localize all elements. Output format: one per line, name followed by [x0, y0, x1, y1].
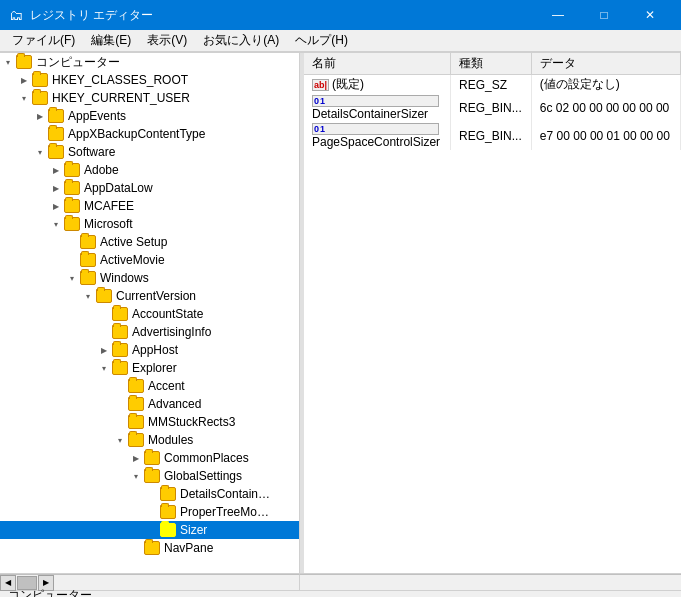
app-icon: 🗂 [8, 7, 24, 23]
tree-label-activemovie: ActiveMovie [100, 253, 165, 267]
expander-explorer[interactable]: ▾ [96, 364, 112, 373]
tree-item-currentversion[interactable]: ▾CurrentVersion [0, 287, 299, 305]
expander-hkey_current_user[interactable]: ▾ [16, 94, 32, 103]
tree-label-microsoft: Microsoft [84, 217, 133, 231]
tree-item-apphost[interactable]: ▶AppHost [0, 341, 299, 359]
folder-icon-appdatalow [64, 181, 80, 195]
folder-icon-computer [16, 55, 32, 69]
value-name-1: 01DetailsContainerSizer [304, 94, 451, 122]
expander-modules[interactable]: ▾ [112, 436, 128, 445]
tree-item-navpane[interactable]: NavPane [0, 539, 299, 557]
expander-adobe[interactable]: ▶ [48, 166, 64, 175]
tree-item-advanced[interactable]: Advanced [0, 395, 299, 413]
expander-computer[interactable]: ▾ [0, 58, 16, 67]
tree-label-mcafee: MCAFEE [84, 199, 134, 213]
folder-icon-commonplaces [144, 451, 160, 465]
folder-icon-advanced [128, 397, 144, 411]
values-panel[interactable]: 名前 種類 データ ab|(既定)REG_SZ(値の設定なし)01Details… [304, 53, 681, 573]
menu-item-4[interactable]: ヘルプ(H) [287, 30, 356, 51]
value-data-0: (値の設定なし) [531, 75, 680, 95]
close-button[interactable]: ✕ [627, 0, 673, 30]
main-content: ▾コンピューター▶HKEY_CLASSES_ROOT▾HKEY_CURRENT_… [0, 52, 681, 573]
status-text: コンピューター¥HKEY_CURRENT_USER¥Software¥Micro… [8, 587, 673, 597]
expander-appdatalow[interactable]: ▶ [48, 184, 64, 193]
title-bar-controls: — □ ✕ [535, 0, 673, 30]
tree-label-currentversion: CurrentVersion [116, 289, 196, 303]
value-row-1[interactable]: 01DetailsContainerSizerREG_BIN...6c 02 0… [304, 94, 681, 122]
tree-item-adobe[interactable]: ▶Adobe [0, 161, 299, 179]
expander-commonplaces[interactable]: ▶ [128, 454, 144, 463]
title-bar-left: 🗂 レジストリ エディター [8, 7, 153, 24]
tree-item-globalsettings[interactable]: ▾GlobalSettings [0, 467, 299, 485]
folder-icon-propertreemo [160, 505, 176, 519]
status-bar: コンピューター¥HKEY_CURRENT_USER¥Software¥Micro… [0, 590, 681, 597]
menu-item-0[interactable]: ファイル(F) [4, 30, 83, 51]
value-row-2[interactable]: 01PageSpaceControlSizerREG_BIN...e7 00 0… [304, 122, 681, 150]
expander-software[interactable]: ▾ [32, 148, 48, 157]
folder-icon-apphost [112, 343, 128, 357]
value-name-2: 01PageSpaceControlSizer [304, 122, 451, 150]
tree-item-activesetup[interactable]: Active Setup [0, 233, 299, 251]
tree-label-mmstuckrects3: MMStuckRects3 [148, 415, 235, 429]
folder-icon-microsoft [64, 217, 80, 231]
folder-icon-detailscontain [160, 487, 176, 501]
tree-label-detailscontain: DetailsContain… [180, 487, 270, 501]
value-row-0[interactable]: ab|(既定)REG_SZ(値の設定なし) [304, 75, 681, 95]
tree-label-appdatalow: AppDataLow [84, 181, 153, 195]
tree-item-detailscontain[interactable]: DetailsContain… [0, 485, 299, 503]
tree-label-propertreemo: ProperTreeMo… [180, 505, 269, 519]
tree-item-appevents[interactable]: ▶AppEvents [0, 107, 299, 125]
tree-label-activesetup: Active Setup [100, 235, 167, 249]
tree-label-modules: Modules [148, 433, 193, 447]
menu-item-3[interactable]: お気に入り(A) [195, 30, 287, 51]
tree-item-commonplaces[interactable]: ▶CommonPlaces [0, 449, 299, 467]
tree-item-appxbackup[interactable]: AppXBackupContentType [0, 125, 299, 143]
tree-item-advertisinginfo[interactable]: AdvertisingInfo [0, 323, 299, 341]
reg-icon-2: 01 [312, 123, 442, 135]
expander-globalsettings[interactable]: ▾ [128, 472, 144, 481]
tree-item-windows[interactable]: ▾Windows [0, 269, 299, 287]
menu-item-1[interactable]: 編集(E) [83, 30, 139, 51]
tree-item-activemovie[interactable]: ActiveMovie [0, 251, 299, 269]
value-data-1: 6c 02 00 00 00 00 00 00 [531, 94, 680, 122]
tree-label-accent: Accent [148, 379, 185, 393]
expander-microsoft[interactable]: ▾ [48, 220, 64, 229]
folder-icon-accent [128, 379, 144, 393]
tree-item-hkey_classes_root[interactable]: ▶HKEY_CLASSES_ROOT [0, 71, 299, 89]
reg-icon-0: ab| [312, 77, 332, 91]
folder-icon-adobe [64, 163, 80, 177]
tree-item-accent[interactable]: Accent [0, 377, 299, 395]
expander-currentversion[interactable]: ▾ [80, 292, 96, 301]
folder-icon-activesetup [80, 235, 96, 249]
expander-appevents[interactable]: ▶ [32, 112, 48, 121]
tree-item-propertreemo[interactable]: ProperTreeMo… [0, 503, 299, 521]
maximize-button[interactable]: □ [581, 0, 627, 30]
value-name-0: ab|(既定) [304, 75, 451, 95]
tree-panel[interactable]: ▾コンピューター▶HKEY_CLASSES_ROOT▾HKEY_CURRENT_… [0, 53, 300, 573]
tree-item-appdatalow[interactable]: ▶AppDataLow [0, 179, 299, 197]
folder-icon-mmstuckrects3 [128, 415, 144, 429]
expander-hkey_classes_root[interactable]: ▶ [16, 76, 32, 85]
folder-icon-sizer [160, 523, 176, 537]
tree-item-sizer[interactable]: Sizer [0, 521, 299, 539]
tree-item-computer[interactable]: ▾コンピューター [0, 53, 299, 71]
tree-label-advertisinginfo: AdvertisingInfo [132, 325, 211, 339]
expander-windows[interactable]: ▾ [64, 274, 80, 283]
expander-mcafee[interactable]: ▶ [48, 202, 64, 211]
menu-item-2[interactable]: 表示(V) [139, 30, 195, 51]
tree-item-explorer[interactable]: ▾Explorer [0, 359, 299, 377]
tree-item-mcafee[interactable]: ▶MCAFEE [0, 197, 299, 215]
folder-icon-activemovie [80, 253, 96, 267]
minimize-button[interactable]: — [535, 0, 581, 30]
value-type-1: REG_BIN... [451, 94, 532, 122]
tree-item-modules[interactable]: ▾Modules [0, 431, 299, 449]
tree-item-microsoft[interactable]: ▾Microsoft [0, 215, 299, 233]
expander-apphost[interactable]: ▶ [96, 346, 112, 355]
tree-item-software[interactable]: ▾Software [0, 143, 299, 161]
tree-item-hkey_current_user[interactable]: ▾HKEY_CURRENT_USER [0, 89, 299, 107]
folder-icon-explorer [112, 361, 128, 375]
tree-item-accountstate[interactable]: AccountState [0, 305, 299, 323]
tree-item-mmstuckrects3[interactable]: MMStuckRects3 [0, 413, 299, 431]
col-type: 種類 [451, 53, 532, 75]
folder-icon-appxbackup [48, 127, 64, 141]
